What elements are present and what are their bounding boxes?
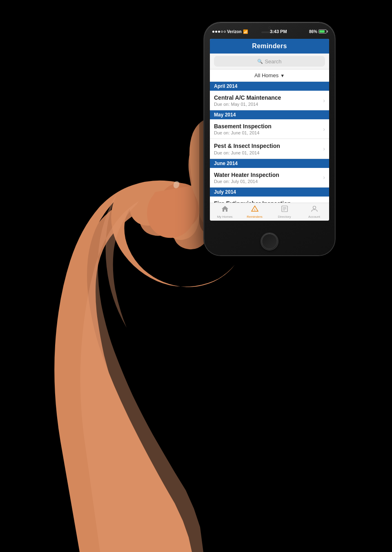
section-label-april: April 2014 xyxy=(214,83,237,89)
list-item-title-4: Water Heater Inspection xyxy=(214,171,320,179)
phone-device: Verizon 📶 3:43 PM 86% Reminders 🔍 Sea xyxy=(204,22,335,255)
account-tab-icon xyxy=(311,206,318,214)
search-container[interactable]: 🔍 Search xyxy=(210,54,329,69)
app-header: Reminders xyxy=(210,39,329,54)
tab-reminders[interactable]: ! Reminders xyxy=(240,206,270,219)
chevron-icon-1: › xyxy=(323,97,325,104)
list-item-subtitle-4: Due on: July 01, 2014 xyxy=(214,179,320,184)
chevron-icon-4: › xyxy=(323,174,325,181)
clock: 3:43 PM xyxy=(270,29,287,34)
tab-reminders-label: Reminders xyxy=(247,215,263,219)
list-item-subtitle-2: Due on: June 01, 2014 xyxy=(214,130,320,135)
svg-point-20 xyxy=(313,206,316,209)
tab-bar: My Homes ! Reminders xyxy=(210,203,329,221)
list-item-central-ac[interactable]: Central A/C Maintenance Due on: May 01, … xyxy=(210,91,329,110)
carrier-label: Verizon xyxy=(227,29,242,34)
list-item-water-heater[interactable]: Water Heater Inspection Due on: July 01,… xyxy=(210,168,329,188)
chevron-icon-2: › xyxy=(323,126,325,132)
list-item-subtitle-3: Due on: June 01, 2014 xyxy=(214,150,320,155)
tab-my-homes-label: My Homes xyxy=(217,215,232,219)
section-label-june: June 2014 xyxy=(214,161,238,166)
section-header-april: April 2014 xyxy=(210,82,329,91)
battery-fill xyxy=(319,30,325,33)
signal-dot-4 xyxy=(221,31,223,33)
list-item-content-2: Basement Inspection Due on: June 01, 201… xyxy=(214,123,320,135)
section-label-may: May 2014 xyxy=(214,112,236,118)
search-placeholder: Search xyxy=(265,58,281,65)
signal-dot-1 xyxy=(212,31,214,33)
list-item-basement[interactable]: Basement Inspection Due on: June 01, 201… xyxy=(210,119,329,139)
status-bar: Verizon 📶 3:43 PM 86% xyxy=(212,28,327,35)
directory-tab-icon xyxy=(281,206,288,214)
signal-dot-3 xyxy=(218,31,220,33)
list-item-title-1: Central A/C Maintenance xyxy=(214,94,320,101)
svg-text:!: ! xyxy=(254,208,255,211)
search-icon: 🔍 xyxy=(257,59,263,64)
search-bar[interactable]: 🔍 Search xyxy=(214,56,325,67)
app-screen: Reminders 🔍 Search All Homes ▼ April 201… xyxy=(210,39,329,221)
tab-directory[interactable]: Directory xyxy=(270,206,299,219)
section-header-july: July 2014 xyxy=(210,188,329,197)
home-button[interactable] xyxy=(261,232,278,250)
home-button-inner xyxy=(262,234,277,249)
section-header-may: May 2014 xyxy=(210,110,329,119)
filter-row[interactable]: All Homes ▼ xyxy=(210,69,329,82)
list-item-title-3: Pest & Insect Inspection xyxy=(214,142,320,150)
list-item-pest[interactable]: Pest & Insect Inspection Due on: June 01… xyxy=(210,139,329,159)
filter-label: All Homes xyxy=(254,72,278,78)
filter-arrow-icon: ▼ xyxy=(280,73,285,78)
section-header-june: June 2014 xyxy=(210,159,329,168)
signal-dot-5 xyxy=(224,31,226,33)
signal-strength xyxy=(212,31,226,33)
status-left: Verizon 📶 xyxy=(212,29,248,34)
section-label-july: July 2014 xyxy=(214,189,236,195)
chevron-icon-3: › xyxy=(323,145,325,152)
signal-dot-2 xyxy=(215,31,217,33)
battery-percent: 86% xyxy=(309,29,317,34)
list-item-title-2: Basement Inspection xyxy=(214,123,320,130)
battery-icon xyxy=(318,29,327,34)
wifi-icon: 📶 xyxy=(243,29,248,34)
list-item-content-3: Pest & Insect Inspection Due on: June 01… xyxy=(214,142,320,155)
status-right: 86% xyxy=(309,29,327,34)
app-title: Reminders xyxy=(252,42,287,50)
tab-directory-label: Directory xyxy=(278,215,291,219)
phone-shell: Verizon 📶 3:43 PM 86% Reminders 🔍 Sea xyxy=(204,22,335,255)
list-item-content-1: Central A/C Maintenance Due on: May 01, … xyxy=(214,94,320,107)
home-tab-icon xyxy=(221,206,229,214)
tab-my-homes[interactable]: My Homes xyxy=(210,206,240,219)
reminders-tab-icon: ! xyxy=(251,206,258,214)
list-item-subtitle-1: Due on: May 01, 2014 xyxy=(214,102,320,107)
tab-account[interactable]: Account xyxy=(299,206,329,219)
list-item-content-4: Water Heater Inspection Due on: July 01,… xyxy=(214,171,320,184)
tab-account-label: Account xyxy=(308,215,320,219)
